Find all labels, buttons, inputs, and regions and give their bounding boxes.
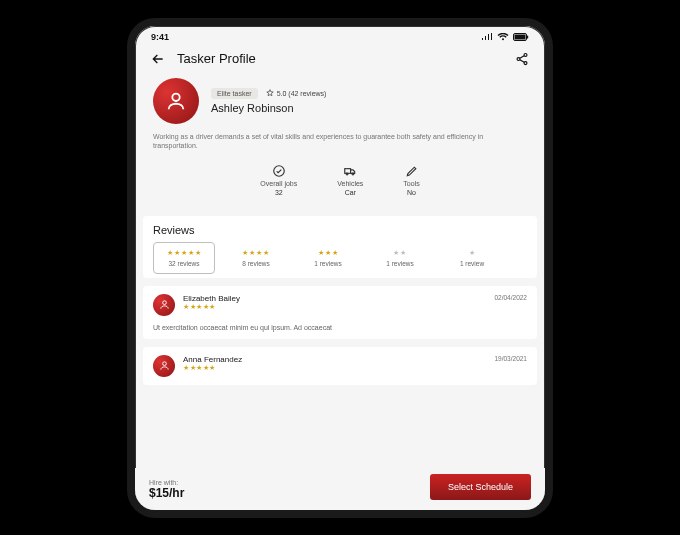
truck-icon: [343, 164, 357, 178]
profile-section: Elite tasker 5.0 (42 reviews) Ashley Rob…: [135, 78, 545, 206]
signal-icon: [481, 33, 493, 41]
review-date: 19/03/2021: [494, 355, 527, 362]
check-circle-icon: [272, 164, 286, 178]
review-stars: ★★★★★: [183, 303, 486, 311]
svg-point-6: [172, 93, 179, 100]
status-time: 9:41: [151, 32, 169, 42]
back-button[interactable]: [149, 50, 167, 68]
filter-2-star[interactable]: ★★ 1 reviews: [369, 242, 431, 274]
share-button[interactable]: [513, 50, 531, 68]
stat-value: No: [407, 189, 416, 196]
svg-point-7: [274, 165, 285, 176]
star-row: ★★★: [302, 249, 354, 257]
hire-rate: $15/hr: [149, 486, 184, 500]
svg-rect-2: [527, 35, 528, 38]
review-item: Elizabeth Bailey ★★★★★ 02/04/2022 Ut exe…: [143, 286, 537, 339]
review-item: Anna Fernandez ★★★★★ 19/03/2021: [143, 347, 537, 385]
stat-label: Vehicles: [337, 180, 363, 187]
filter-count: 1 review: [446, 260, 498, 267]
svg-point-10: [352, 173, 354, 175]
rating-summary: 5.0 (42 reviews): [266, 89, 327, 97]
review-stars: ★★★★★: [183, 364, 486, 372]
filter-3-star[interactable]: ★★★ 1 reviews: [297, 242, 359, 274]
reviews-title: Reviews: [153, 224, 527, 236]
reviewer-name: Elizabeth Bailey: [183, 294, 486, 303]
star-icon: [266, 89, 274, 97]
stat-vehicles: Vehicles Car: [337, 164, 363, 196]
review-text: Ut exercitation occaecat minim eu qui ip…: [153, 324, 527, 331]
filter-4-star[interactable]: ★★★★ 8 reviews: [225, 242, 287, 274]
filter-1-star[interactable]: ★ 1 review: [441, 242, 503, 274]
filter-count: 1 reviews: [302, 260, 354, 267]
star-row: ★: [446, 249, 498, 257]
page-title: Tasker Profile: [177, 51, 503, 66]
reviewer-avatar: [153, 294, 175, 316]
person-icon: [165, 90, 187, 112]
svg-point-11: [162, 301, 166, 305]
svg-rect-1: [515, 34, 526, 39]
svg-point-3: [524, 53, 527, 56]
filter-count: 32 reviews: [158, 260, 210, 267]
reviewer-name: Anna Fernandez: [183, 355, 486, 364]
share-icon: [515, 52, 529, 66]
reviews-section: Reviews ★★★★★ 32 reviews ★★★★ 8 reviews …: [143, 216, 537, 278]
person-icon: [159, 360, 170, 371]
stat-label: Tools: [403, 180, 419, 187]
pencil-icon: [405, 164, 419, 178]
battery-icon: [513, 33, 529, 41]
filter-count: 1 reviews: [374, 260, 426, 267]
hire-label: Hire with:: [149, 479, 184, 486]
device-frame: 9:41 Tasker Profile Elite tasker: [127, 18, 553, 518]
person-icon: [159, 299, 170, 310]
review-filters: ★★★★★ 32 reviews ★★★★ 8 reviews ★★★ 1 re…: [153, 242, 527, 274]
profile-avatar: [153, 78, 199, 124]
stat-label: Overall jobs: [260, 180, 297, 187]
select-schedule-button[interactable]: Select Schedule: [430, 474, 531, 500]
star-row: ★★: [374, 249, 426, 257]
reviewer-avatar: [153, 355, 175, 377]
status-bar: 9:41: [135, 26, 545, 44]
tasker-name: Ashley Robinson: [211, 102, 326, 114]
tasker-bio: Working as a driver demands a set of vit…: [153, 132, 527, 150]
arrow-left-icon: [150, 51, 166, 67]
stats-row: Overall jobs 32 Vehicles Car Tools No: [153, 164, 527, 196]
elite-badge: Elite tasker: [211, 88, 258, 99]
stat-tools: Tools No: [403, 164, 419, 196]
star-row: ★★★★: [230, 249, 282, 257]
filter-5-star[interactable]: ★★★★★ 32 reviews: [153, 242, 215, 274]
svg-point-12: [162, 362, 166, 366]
page-header: Tasker Profile: [135, 44, 545, 78]
svg-point-9: [347, 173, 349, 175]
rating-text: 5.0 (42 reviews): [277, 90, 327, 97]
star-row: ★★★★★: [158, 249, 210, 257]
review-date: 02/04/2022: [494, 294, 527, 301]
wifi-icon: [497, 33, 509, 41]
stat-overall-jobs: Overall jobs 32: [260, 164, 297, 196]
svg-point-5: [524, 61, 527, 64]
svg-point-4: [517, 57, 520, 60]
filter-count: 8 reviews: [230, 260, 282, 267]
stat-value: 32: [275, 189, 283, 196]
hire-footer: Hire with: $15/hr Select Schedule: [135, 468, 545, 510]
stat-value: Car: [345, 189, 356, 196]
